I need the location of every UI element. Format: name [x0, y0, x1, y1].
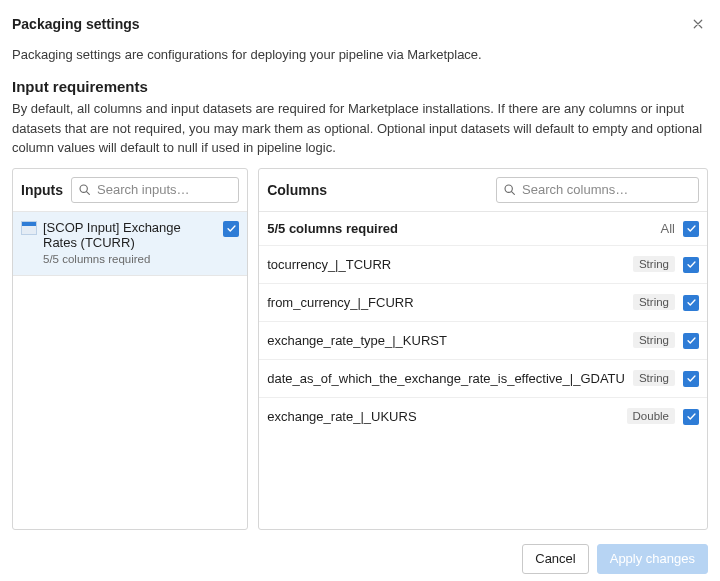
column-checkbox[interactable]: [683, 295, 699, 311]
input-item-name: [SCOP Input] Exchange Rates (TCURR): [43, 220, 217, 251]
inputs-search[interactable]: [71, 177, 239, 203]
columns-all-label: All: [661, 221, 675, 236]
columns-search-input[interactable]: [520, 181, 692, 198]
column-checkbox[interactable]: [683, 409, 699, 425]
columns-panel-title: Columns: [267, 182, 327, 198]
column-name: from_currency_|_FCURR: [267, 295, 625, 310]
dialog-footer: Cancel Apply changes: [12, 530, 708, 574]
column-row: exchange_rate_type_|_KURST String: [259, 321, 707, 359]
column-row: date_as_of_which_the_exchange_rate_is_ef…: [259, 359, 707, 397]
apply-changes-button[interactable]: Apply changes: [597, 544, 708, 574]
column-type-badge: Double: [627, 408, 675, 424]
column-row: exchange_rate_|_UKURS Double: [259, 397, 707, 435]
dialog-description: Packaging settings are configurations fo…: [12, 42, 708, 78]
panels: Inputs [SCOP Input] Exchange Rates (TCUR…: [12, 168, 708, 530]
column-name: exchange_rate_type_|_KURST: [267, 333, 625, 348]
input-item-checkbox[interactable]: [223, 221, 239, 237]
columns-panel: Columns 5/5 columns required All: [258, 168, 708, 530]
column-row: from_currency_|_FCURR String: [259, 283, 707, 321]
column-name: tocurrency_|_TCURR: [267, 257, 625, 272]
inputs-list: [SCOP Input] Exchange Rates (TCURR) 5/5 …: [13, 211, 247, 529]
inputs-panel: Inputs [SCOP Input] Exchange Rates (TCUR…: [12, 168, 248, 530]
columns-summary: 5/5 columns required: [267, 221, 398, 236]
search-icon: [78, 183, 91, 196]
input-item-text: [SCOP Input] Exchange Rates (TCURR) 5/5 …: [43, 220, 217, 265]
columns-search[interactable]: [496, 177, 699, 203]
column-name: exchange_rate_|_UKURS: [267, 409, 618, 424]
inputs-search-input[interactable]: [95, 181, 232, 198]
columns-panel-header: Columns: [259, 169, 707, 211]
column-row: tocurrency_|_TCURR String: [259, 245, 707, 283]
column-checkbox[interactable]: [683, 371, 699, 387]
packaging-settings-dialog: Packaging settings Packaging settings ar…: [0, 0, 720, 581]
columns-summary-row: 5/5 columns required All: [259, 212, 707, 245]
dataset-icon: [21, 221, 37, 235]
section-description: By default, all columns and input datase…: [12, 99, 708, 168]
input-item[interactable]: [SCOP Input] Exchange Rates (TCURR) 5/5 …: [13, 212, 247, 276]
svg-line-1: [87, 192, 90, 195]
cancel-button[interactable]: Cancel: [522, 544, 588, 574]
column-checkbox[interactable]: [683, 333, 699, 349]
inputs-panel-title: Inputs: [21, 182, 63, 198]
section-title: Input requirements: [12, 78, 708, 99]
column-type-badge: String: [633, 332, 675, 348]
search-icon: [503, 183, 516, 196]
dialog-header: Packaging settings: [12, 12, 708, 42]
column-checkbox[interactable]: [683, 257, 699, 273]
svg-line-3: [512, 192, 515, 195]
close-icon[interactable]: [688, 14, 708, 34]
columns-all-checkbox[interactable]: [683, 221, 699, 237]
dialog-title: Packaging settings: [12, 16, 140, 32]
columns-list: 5/5 columns required All tocurrency_|_TC…: [259, 211, 707, 529]
column-type-badge: String: [633, 256, 675, 272]
inputs-panel-header: Inputs: [13, 169, 247, 211]
column-type-badge: String: [633, 294, 675, 310]
input-item-subtitle: 5/5 columns required: [43, 253, 217, 265]
column-type-badge: String: [633, 370, 675, 386]
column-name: date_as_of_which_the_exchange_rate_is_ef…: [267, 371, 625, 386]
